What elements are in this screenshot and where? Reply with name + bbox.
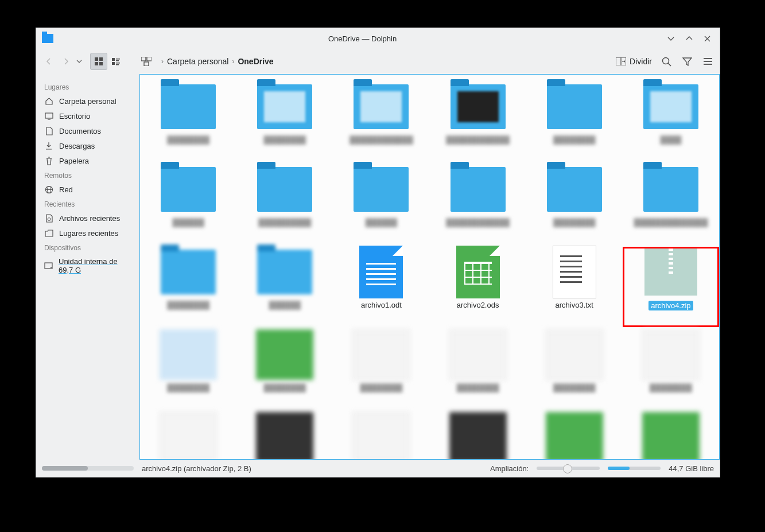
- folder-icon: [451, 167, 506, 212]
- sidebar-item-documents[interactable]: Documentos: [36, 123, 139, 138]
- folder-item[interactable]: ████: [623, 81, 719, 162]
- folder-icon: [161, 250, 216, 294]
- close-button[interactable]: [704, 35, 714, 42]
- file-item-archivo4[interactable]: archivo4.zip: [623, 247, 719, 327]
- file-item-archivo2[interactable]: archivo2.ods: [430, 247, 526, 327]
- file-label-redacted: ████████: [457, 383, 499, 392]
- file-label-redacted: ██████: [269, 301, 301, 309]
- file-thumbnail: [256, 329, 313, 380]
- file-grid: ████████ ████████ ████████████ █████████…: [140, 75, 719, 459]
- folder-icon: [643, 167, 698, 212]
- folder-item[interactable]: ██████: [333, 164, 429, 244]
- folder-item[interactable]: ████████: [140, 81, 236, 162]
- ods-file-icon: [456, 246, 500, 298]
- file-label-redacted: ████████: [167, 301, 209, 309]
- zoom-slider[interactable]: [537, 467, 600, 470]
- sidebar-item-network[interactable]: Red: [36, 182, 139, 197]
- folder-icon: [161, 84, 216, 129]
- folder-icon: [451, 84, 506, 129]
- folder-icon: [257, 250, 312, 294]
- file-item[interactable]: [623, 412, 719, 459]
- file-label: archivo3.txt: [556, 301, 593, 309]
- file-label-redacted: ████████████: [446, 218, 510, 227]
- breadcrumb-home[interactable]: Carpeta personal: [167, 57, 228, 66]
- folder-item[interactable]: ████████████: [430, 164, 526, 244]
- folder-item[interactable]: ████████████: [333, 81, 429, 162]
- minimize-button[interactable]: [667, 34, 677, 42]
- view-icons-button[interactable]: [90, 53, 107, 70]
- file-item-archivo3[interactable]: archivo3.txt: [526, 247, 623, 327]
- horizontal-scrollbar[interactable]: [42, 466, 134, 471]
- file-item[interactable]: ████████: [623, 329, 719, 410]
- svg-rect-0: [95, 57, 98, 61]
- folder-item[interactable]: ████████: [526, 81, 623, 162]
- file-thumbnail: [352, 412, 410, 459]
- folder-item[interactable]: ██████: [236, 247, 333, 327]
- file-thumbnail: [449, 412, 507, 459]
- file-view[interactable]: ████████ ████████ ████████████ █████████…: [139, 74, 720, 460]
- sidebar: Lugares Carpeta personal Escritorio Docu…: [36, 74, 139, 460]
- view-compact-button[interactable]: [107, 53, 125, 70]
- file-item[interactable]: [140, 412, 236, 459]
- file-item-archivo1[interactable]: archivo1.odt: [333, 247, 429, 327]
- toolbar: › Carpeta personal › OneDrive Dividir: [36, 49, 720, 74]
- sidebar-section-recent: Recientes: [36, 197, 139, 211]
- file-item[interactable]: [236, 412, 333, 459]
- nav-back-button[interactable]: [42, 55, 56, 68]
- folder-item[interactable]: ████████: [236, 81, 333, 162]
- file-item[interactable]: ████████: [333, 329, 429, 410]
- app-window: OneDrive — Dolphin: [36, 28, 720, 477]
- file-item[interactable]: ████████: [526, 329, 623, 410]
- folder-item[interactable]: ████████: [526, 164, 623, 244]
- file-item[interactable]: ████████: [236, 329, 333, 410]
- svg-rect-12: [144, 62, 149, 66]
- sidebar-item-downloads[interactable]: Descargas: [36, 138, 139, 153]
- sidebar-item-trash[interactable]: Papelera: [36, 153, 139, 168]
- svg-rect-7: [112, 62, 115, 65]
- file-item[interactable]: [333, 412, 429, 459]
- file-item[interactable]: ████████: [430, 329, 526, 410]
- folder-item[interactable]: ████████████: [430, 81, 526, 162]
- folder-icon: [257, 167, 312, 212]
- sidebar-item-internal-disk[interactable]: Unidad interna de 69,7 G: [36, 254, 139, 277]
- filter-button[interactable]: [681, 55, 693, 68]
- file-item[interactable]: [430, 412, 526, 459]
- download-icon: [44, 141, 53, 150]
- breadcrumb-current[interactable]: OneDrive: [238, 57, 273, 66]
- menu-button[interactable]: [701, 55, 714, 68]
- nav-history-dropdown[interactable]: [76, 60, 84, 63]
- sidebar-item-recent-places[interactable]: Lugares recientes: [36, 226, 139, 240]
- file-label-redacted: ████: [660, 135, 681, 144]
- sidebar-item-desktop[interactable]: Escritorio: [36, 108, 139, 123]
- file-item[interactable]: ████████: [140, 329, 236, 410]
- file-thumbnail: [160, 329, 217, 380]
- file-thumbnail: [546, 412, 603, 459]
- sidebar-item-recent-files[interactable]: Archivos recientes: [36, 211, 139, 226]
- zoom-label: Ampliación:: [490, 464, 529, 473]
- maximize-button[interactable]: [685, 34, 696, 42]
- file-item[interactable]: [526, 412, 623, 459]
- file-label-redacted: ████████: [263, 383, 306, 392]
- dolphin-app-icon: [42, 34, 53, 43]
- svg-rect-2: [95, 62, 98, 65]
- file-thumbnail: [449, 329, 507, 380]
- new-tab-button[interactable]: [138, 53, 154, 69]
- folder-item[interactable]: ██████████: [236, 164, 333, 244]
- search-button[interactable]: [660, 55, 673, 68]
- nav-forward-button[interactable]: [59, 55, 73, 68]
- split-view-button[interactable]: Dividir: [616, 57, 652, 66]
- desktop-icon: [44, 111, 53, 121]
- sidebar-item-home[interactable]: Carpeta personal: [36, 94, 139, 108]
- svg-rect-5: [116, 59, 120, 60]
- folder-item[interactable]: ██████: [140, 164, 236, 244]
- folder-icon: [354, 167, 409, 212]
- file-label: archivo1.odt: [361, 301, 402, 309]
- folder-item[interactable]: ██████████████: [623, 164, 719, 244]
- folder-item[interactable]: ████████: [140, 247, 236, 327]
- file-label-redacted: ████████: [553, 383, 596, 392]
- split-label: Dividir: [630, 57, 652, 66]
- file-label-redacted: ████████: [553, 218, 596, 227]
- file-label-redacted: ████████████: [446, 135, 510, 144]
- file-label-redacted: ████████: [167, 135, 209, 144]
- home-icon: [44, 96, 53, 106]
